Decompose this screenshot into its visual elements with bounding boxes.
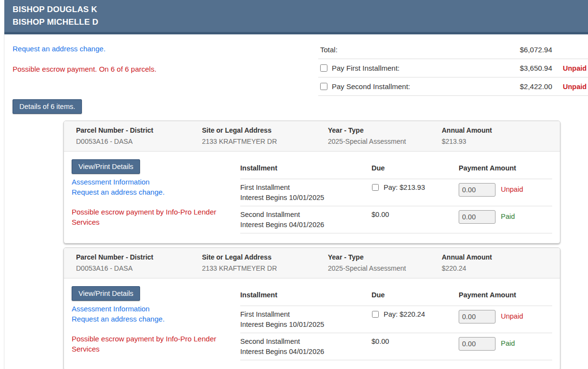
installment-status-badge: Unpaid	[501, 309, 523, 323]
pay-installment-checkbox[interactable]	[372, 311, 379, 318]
annual-amount-label: Annual Amount	[442, 253, 552, 261]
escrow-lender-note: Possible escrow payment by Info-Pro Lend…	[72, 207, 217, 227]
view-print-details-button[interactable]: View/Print Details	[72, 159, 140, 174]
owner-header: BISHOP DOUGLAS K BISHOP MICHELLE D	[4, 0, 588, 34]
installment-status-badge: Paid	[501, 337, 515, 350]
page: BISHOP DOUGLAS K BISHOP MICHELLE D Reque…	[4, 0, 588, 369]
escrow-summary-note: Possible escrow payment. On 6 of 6 parce…	[13, 65, 318, 73]
due-amount: $0.00	[371, 337, 389, 347]
installment-table: Installment Due Payment Amount First Ins…	[240, 152, 552, 233]
payment-amount-input[interactable]	[459, 337, 495, 351]
second-installment-row: Second Installment Interest Begins 04/01…	[240, 333, 552, 360]
parcel-card-header: Parcel Number - District D0053A16 - DASA…	[64, 248, 560, 278]
pay-installment-checkbox[interactable]	[372, 184, 379, 191]
payment-amount-column-header: Payment Amount	[459, 291, 552, 299]
view-print-details-button[interactable]: View/Print Details	[72, 286, 140, 301]
parcel-number-district-label: Parcel Number - District	[76, 126, 202, 134]
summary-second-installment-row: Pay Second Installment: $2,422.00 Unpaid	[318, 77, 588, 96]
site-address-label: Site or Legal Address	[202, 126, 328, 134]
parcel-actions: View/Print Details Assessment Informatio…	[72, 152, 240, 233]
installment-table: Installment Due Payment Amount First Ins…	[240, 278, 552, 360]
request-address-change-link[interactable]: Request an address change.	[13, 45, 106, 53]
annual-amount-value: $213.93	[442, 138, 552, 145]
installment-table-header: Installment Due Payment Amount	[240, 287, 552, 306]
year-type-label: Year - Type	[328, 253, 442, 261]
parcel-list: Parcel Number - District D0053A16 - DASA…	[63, 121, 560, 369]
installment-column-header: Installment	[240, 291, 371, 299]
installment-status-badge: Paid	[501, 210, 515, 223]
due-amount: $0.00	[371, 210, 389, 220]
top-section: Request an address change. Possible escr…	[4, 34, 588, 114]
interest-begins-note: Interest Begins 04/01/2026	[240, 347, 371, 357]
first-installment-status-badge: Unpaid	[552, 64, 588, 72]
year-type-value: 2025-Special Assessment	[328, 264, 442, 272]
installment-table-header: Installment Due Payment Amount	[240, 160, 552, 179]
owner-name-2: BISHOP MICHELLE D	[13, 16, 588, 29]
installment-name: First Installment	[240, 183, 371, 193]
installment-status-badge: Unpaid	[501, 183, 523, 196]
interest-begins-note: Interest Begins 10/01/2025	[240, 193, 371, 203]
pay-second-installment-label: Pay Second Installment:	[332, 82, 410, 91]
parcel-card-header: Parcel Number - District D0053A16 - DASA…	[64, 121, 560, 152]
payment-amount-input[interactable]	[459, 210, 495, 224]
total-amount: $6,072.94	[520, 46, 552, 54]
due-column-header: Due	[371, 291, 459, 299]
first-installment-amount: $3,650.94	[520, 64, 552, 72]
installment-name: Second Installment	[240, 210, 371, 220]
parcel-number-district-value: D0053A16 - DASA	[76, 138, 202, 145]
site-address-value: 2133 KRAFTMEYER DR	[202, 138, 328, 145]
installment-column-header: Installment	[240, 164, 371, 172]
summary-total-row: Total: $6,072.94	[318, 41, 588, 59]
year-type-value: 2025-Special Assessment	[328, 138, 442, 145]
second-installment-amount: $2,422.00	[520, 82, 552, 91]
pay-first-installment-checkbox[interactable]	[320, 64, 327, 72]
parcel-card-body: View/Print Details Assessment Informatio…	[64, 278, 560, 369]
parcel-actions: View/Print Details Assessment Informatio…	[72, 278, 240, 360]
second-installment-row: Second Installment Interest Begins 04/01…	[240, 206, 552, 233]
total-label: Total:	[320, 46, 338, 54]
due-column-header: Due	[371, 164, 459, 172]
details-button[interactable]: Details of 6 items.	[13, 99, 82, 114]
summary-first-installment-row: Pay First Installment: $3,650.94 Unpaid	[318, 59, 588, 77]
notices-column: Request an address change. Possible escr…	[4, 34, 318, 114]
pay-first-installment-label: Pay First Installment:	[332, 64, 400, 72]
owner-name-1: BISHOP DOUGLAS K	[13, 3, 588, 16]
installment-name: First Installment	[240, 309, 371, 320]
site-address-value: 2133 KRAFTMEYER DR	[202, 264, 328, 272]
parcel-number-district-value: D0053A16 - DASA	[76, 264, 202, 272]
assessment-information-link[interactable]: Assessment Information	[72, 177, 240, 187]
due-amount: Pay: $213.93	[384, 183, 425, 193]
due-amount: Pay: $220.24	[384, 309, 425, 320]
site-address-label: Site or Legal Address	[202, 253, 328, 261]
parcel-card-body: View/Print Details Assessment Informatio…	[64, 152, 560, 243]
pay-first-installment-option[interactable]: Pay First Installment:	[320, 64, 520, 72]
parcel-card: Parcel Number - District D0053A16 - DASA…	[63, 121, 560, 244]
annual-amount-value: $220.24	[442, 264, 552, 272]
request-address-change-link[interactable]: Request an address change.	[72, 187, 240, 197]
assessment-information-link[interactable]: Assessment Information	[72, 304, 240, 314]
payment-amount-column-header: Payment Amount	[459, 164, 552, 172]
request-address-change-link[interactable]: Request an address change.	[72, 314, 240, 324]
parcel-card: Parcel Number - District D0053A16 - DASA…	[63, 247, 560, 369]
payment-amount-input[interactable]	[459, 183, 495, 197]
second-installment-status-badge: Unpaid	[552, 83, 588, 91]
pay-second-installment-option[interactable]: Pay Second Installment:	[320, 82, 520, 91]
payment-amount-input[interactable]	[459, 310, 495, 323]
interest-begins-note: Interest Begins 04/01/2026	[240, 220, 371, 230]
interest-begins-note: Interest Begins 10/01/2025	[240, 320, 371, 330]
parcel-number-district-label: Parcel Number - District	[76, 253, 202, 261]
first-installment-row: First Installment Interest Begins 10/01/…	[240, 306, 552, 333]
installment-name: Second Installment	[240, 337, 371, 347]
annual-amount-label: Annual Amount	[442, 126, 552, 134]
first-installment-row: First Installment Interest Begins 10/01/…	[240, 179, 552, 206]
escrow-lender-note: Possible escrow payment by Info-Pro Lend…	[72, 334, 217, 354]
year-type-label: Year - Type	[328, 126, 442, 134]
payment-summary-table: Total: $6,072.94 Pay First Installment: …	[318, 34, 588, 114]
pay-second-installment-checkbox[interactable]	[320, 83, 327, 90]
